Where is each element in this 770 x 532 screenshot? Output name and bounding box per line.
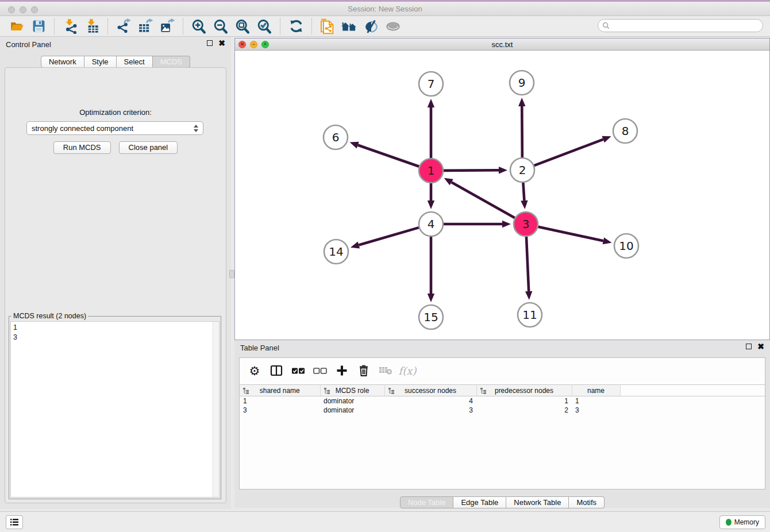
panel-splitter-handle[interactable] (229, 270, 234, 278)
toolbar-separator (107, 18, 108, 34)
graph-edge[interactable] (444, 170, 499, 171)
hide-graphics-details-button[interactable] (360, 17, 382, 36)
zoom-fit-button[interactable] (232, 17, 253, 36)
save-floppy-icon (32, 19, 46, 33)
birds-eye-view-button[interactable] (382, 17, 404, 36)
home-layout-button[interactable] (338, 17, 360, 36)
toolbar-separator (183, 18, 183, 34)
network-canvas[interactable]: 7968124314101511 (235, 51, 769, 340)
optimization-criterion-label: Optimization criterion: (5, 108, 226, 117)
save-session-button[interactable] (28, 17, 49, 36)
criterion-dropdown[interactable]: strongly connected component (26, 121, 203, 135)
graph-edge[interactable] (534, 140, 603, 166)
edge-arrowhead (428, 99, 434, 107)
add-column-button[interactable] (333, 361, 351, 380)
network-window-titlebar[interactable]: ✕ − + scc.txt (235, 38, 769, 51)
refresh-layout-button[interactable] (285, 17, 307, 36)
birds-eye-icon (385, 18, 401, 34)
graph-edge[interactable] (359, 228, 419, 245)
export-network-button[interactable] (113, 17, 134, 36)
tab-network-table[interactable]: Network Table (506, 496, 569, 508)
column-type-icon (388, 387, 395, 394)
graph-edge[interactable] (523, 183, 524, 201)
zoom-out-button[interactable] (210, 17, 232, 36)
mcds-result-fieldset: MCDS result (2 nodes) 1 3 (9, 312, 221, 499)
open-session-button[interactable] (6, 17, 28, 36)
column-header-name[interactable]: name (572, 385, 620, 396)
new-network-from-file-button[interactable] (317, 17, 338, 36)
node-label: 6 (332, 130, 340, 144)
fx-icon: f(x) (399, 365, 417, 377)
tab-edge-table[interactable]: Edge Table (453, 496, 506, 508)
import-table-button[interactable] (81, 17, 103, 36)
network-window-title: scc.txt (235, 40, 769, 49)
zoom-fit-icon (234, 18, 251, 34)
delete-column-button[interactable] (355, 361, 373, 380)
unchecked-boxes-icon (313, 364, 328, 377)
column-header-predecessor-nodes[interactable]: predecessor nodes (476, 385, 572, 396)
edge-arrowhead (351, 242, 360, 249)
graph-edge[interactable] (358, 145, 419, 167)
import-network-icon (63, 18, 78, 34)
node-label: 3 (522, 217, 530, 231)
node-label: 14 (329, 245, 343, 259)
zoom-out-icon (213, 18, 229, 34)
tab-node-table[interactable]: Node Table (400, 496, 454, 508)
table-row[interactable]: 3 dominator 3 2 3 (240, 406, 765, 415)
graph-edge[interactable] (526, 237, 529, 291)
close-panel-button[interactable]: Close panel (119, 141, 178, 154)
result-line: 1 (13, 323, 211, 333)
table-row[interactable]: 1 dominator 4 1 1 (240, 396, 765, 406)
column-type-icon (324, 387, 330, 394)
table-settings-button[interactable]: ⚙ (245, 361, 264, 380)
graph-edge[interactable] (538, 227, 603, 241)
deselect-all-rows-button[interactable] (311, 361, 329, 380)
export-network-icon (116, 18, 132, 34)
mcds-result-textarea[interactable]: 1 3 (10, 321, 220, 498)
memory-status-icon (726, 519, 732, 526)
export-image-button[interactable] (156, 17, 178, 36)
column-visibility-button[interactable] (267, 361, 286, 380)
memory-label: Memory (734, 518, 759, 526)
node-label: 1 (428, 164, 435, 178)
run-mcds-button[interactable]: Run MCDS (53, 141, 111, 154)
delete-table-button[interactable] (376, 361, 395, 380)
close-panel-icon[interactable]: ✖ (218, 40, 225, 47)
tab-select[interactable]: Select (117, 56, 153, 68)
node-label: 10 (619, 239, 633, 253)
column-header-shared-name[interactable]: shared name (240, 385, 320, 396)
status-bar: Memory (0, 511, 770, 532)
tab-mcds[interactable]: MCDS (153, 56, 190, 68)
float-table-panel-icon[interactable] (746, 344, 752, 349)
edge-arrowhead (502, 221, 511, 228)
search-input[interactable] (612, 21, 763, 31)
search-field[interactable] (598, 19, 763, 32)
graph-edge[interactable] (452, 182, 515, 218)
homes-icon (341, 19, 358, 34)
import-network-button[interactable] (59, 17, 81, 36)
function-builder-button[interactable]: f(x) (398, 361, 417, 380)
float-panel-icon[interactable] (207, 40, 213, 46)
network-graph[interactable]: 7968124314101511 (235, 51, 769, 340)
table-panel: Table Panel ✖ ⚙ (234, 340, 770, 508)
edge-arrowhead (602, 136, 611, 143)
tab-network[interactable]: Network (41, 56, 84, 68)
task-history-button[interactable] (6, 515, 23, 529)
graph-edge[interactable] (522, 106, 522, 157)
result-scrollbar[interactable] (213, 322, 219, 497)
tab-style[interactable]: Style (84, 56, 117, 68)
criterion-selected-value: strongly connected component (32, 124, 194, 133)
column-header-successor-nodes[interactable]: successor nodes (384, 385, 476, 396)
edge-arrowhead (428, 201, 434, 209)
node-table: shared name MCDS role (240, 384, 765, 415)
zoom-selected-button[interactable] (253, 17, 275, 36)
zoom-in-button[interactable] (188, 17, 210, 36)
memory-button[interactable]: Memory (719, 515, 765, 529)
result-line: 3 (13, 333, 211, 342)
plus-icon (335, 364, 349, 377)
column-header-mcds-role[interactable]: MCDS role (320, 385, 384, 396)
select-all-rows-button[interactable] (289, 361, 307, 380)
export-table-button[interactable] (134, 17, 156, 36)
close-table-panel-icon[interactable]: ✖ (757, 343, 764, 350)
tab-motifs[interactable]: Motifs (569, 496, 605, 508)
